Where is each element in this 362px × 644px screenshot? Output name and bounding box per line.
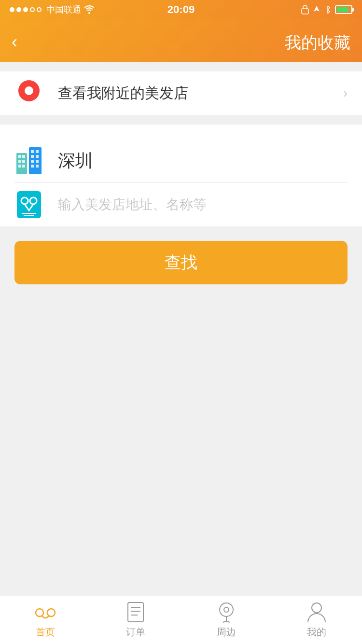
home-icon [35, 602, 56, 623]
location-pin-icon [14, 79, 43, 108]
svg-rect-18 [36, 160, 39, 163]
search-button-wrap: 查找 [0, 226, 362, 299]
svg-rect-14 [36, 150, 39, 153]
tab-mine-label: 我的 [307, 626, 326, 639]
svg-rect-16 [36, 155, 39, 158]
tab-bar: 首页 订单 周边 [0, 596, 362, 644]
dot5 [37, 7, 42, 12]
nearby-icon [216, 602, 237, 623]
dot1 [10, 7, 14, 12]
bluetooth-icon [324, 5, 331, 14]
scissors-icon [14, 190, 43, 219]
tab-orders-label: 订单 [126, 626, 145, 639]
svg-rect-12 [29, 147, 42, 174]
dot4 [30, 7, 35, 12]
status-bar: 中国联通 20:09 [0, 0, 362, 19]
svg-rect-10 [18, 165, 21, 168]
chevron-right-icon: › [343, 85, 348, 101]
svg-rect-15 [31, 155, 34, 158]
dot3 [23, 7, 28, 12]
carrier-text: 中国联通 [46, 4, 81, 15]
search-row[interactable]: 输入美发店地址、名称等 [14, 183, 348, 226]
main-content: 查看我附近的美发店 › [0, 62, 362, 299]
nearby-row[interactable]: 查看我附近的美发店 › [0, 71, 362, 115]
svg-rect-5 [16, 153, 27, 174]
dot2 [16, 7, 21, 12]
svg-rect-8 [18, 160, 21, 163]
svg-point-34 [220, 603, 233, 616]
svg-rect-11 [22, 165, 25, 168]
building-icon [14, 146, 43, 175]
nav-bar: ‹ 我的收藏 [0, 19, 362, 62]
page-title: 我的收藏 [285, 32, 350, 54]
profile-icon [306, 602, 327, 623]
battery-icon [335, 5, 352, 14]
svg-point-35 [224, 607, 229, 612]
city-name: 深圳 [58, 149, 93, 173]
middle-gap [0, 115, 362, 125]
svg-rect-7 [22, 155, 25, 158]
city-row[interactable]: 深圳 [14, 139, 348, 182]
search-placeholder[interactable]: 输入美发店地址、名称等 [58, 196, 207, 214]
svg-rect-0 [302, 9, 308, 14]
tab-mine[interactable]: 我的 [272, 602, 362, 639]
tab-home[interactable]: 首页 [0, 602, 91, 639]
status-right [301, 5, 352, 14]
svg-rect-20 [36, 165, 39, 168]
tab-nearby-label: 周边 [217, 626, 236, 639]
svg-rect-13 [31, 150, 34, 153]
svg-point-3 [25, 86, 33, 95]
svg-point-29 [47, 609, 55, 616]
orders-icon [125, 602, 146, 623]
svg-rect-17 [31, 160, 34, 163]
svg-rect-30 [128, 602, 143, 622]
svg-point-28 [36, 609, 43, 616]
svg-marker-1 [314, 6, 320, 12]
svg-point-38 [312, 603, 321, 613]
lock-icon [301, 5, 309, 14]
svg-rect-6 [18, 155, 21, 158]
battery-fill [337, 7, 348, 12]
tab-orders[interactable]: 订单 [91, 602, 181, 639]
svg-rect-9 [22, 160, 25, 163]
tab-home-label: 首页 [36, 626, 55, 639]
top-gap [0, 62, 362, 71]
svg-rect-21 [17, 191, 41, 218]
location-arrow-icon [313, 5, 320, 14]
tab-nearby[interactable]: 周边 [181, 602, 272, 639]
svg-rect-19 [31, 165, 34, 168]
nearby-text: 查看我附近的美发店 [58, 84, 188, 103]
city-search-section: 深圳 [0, 125, 362, 226]
status-left: 中国联通 [10, 4, 95, 15]
back-button[interactable]: ‹ [12, 32, 17, 52]
search-button-label: 查找 [165, 252, 197, 274]
status-time: 20:09 [167, 3, 195, 16]
signal-dots [10, 7, 42, 12]
search-button[interactable]: 查找 [14, 241, 348, 284]
wifi-icon [84, 5, 95, 14]
